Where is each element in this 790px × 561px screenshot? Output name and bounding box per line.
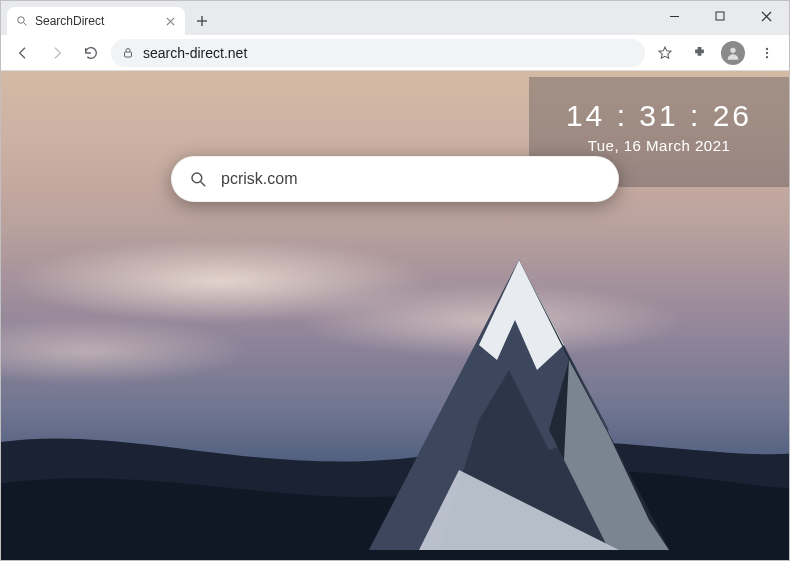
search-bar[interactable]: [171, 156, 619, 202]
avatar: [721, 41, 745, 65]
page-content: 14 : 31 : 26 Tue, 16 March 2021: [1, 71, 789, 560]
window-controls: [651, 1, 789, 35]
svg-point-12: [766, 47, 768, 49]
svg-rect-10: [125, 52, 132, 57]
mountain: [309, 250, 729, 560]
menu-icon[interactable]: [753, 39, 781, 67]
search-container: [171, 156, 619, 202]
lock-icon: [121, 46, 135, 60]
profile-avatar[interactable]: [719, 39, 747, 67]
new-tab-button[interactable]: [189, 8, 215, 34]
search-input[interactable]: [221, 170, 601, 188]
svg-line-22: [201, 182, 205, 186]
forward-button[interactable]: [43, 39, 71, 67]
search-icon: [15, 14, 29, 28]
svg-point-14: [766, 55, 768, 57]
back-button[interactable]: [9, 39, 37, 67]
toolbar: [1, 35, 789, 71]
svg-line-1: [24, 23, 27, 26]
svg-point-11: [730, 47, 735, 52]
svg-point-0: [18, 17, 25, 24]
tab-strip: SearchDirect: [1, 1, 215, 35]
bookmark-star-icon[interactable]: [651, 39, 679, 67]
svg-point-21: [192, 173, 202, 183]
maximize-button[interactable]: [697, 1, 743, 31]
search-icon: [189, 170, 207, 188]
extensions-icon[interactable]: [685, 39, 713, 67]
minimize-button[interactable]: [651, 1, 697, 31]
svg-rect-7: [716, 12, 724, 20]
clock-date: Tue, 16 March 2021: [529, 137, 789, 154]
svg-point-13: [766, 51, 768, 53]
titlebar: SearchDirect: [1, 1, 789, 35]
clock-time: 14 : 31 : 26: [529, 99, 789, 133]
browser-tab[interactable]: SearchDirect: [7, 7, 185, 35]
reload-button[interactable]: [77, 39, 105, 67]
browser-window: SearchDirect: [0, 0, 790, 561]
close-button[interactable]: [743, 1, 789, 31]
tab-title: SearchDirect: [35, 14, 157, 28]
address-bar[interactable]: [111, 39, 645, 67]
address-input[interactable]: [143, 45, 635, 61]
close-icon[interactable]: [163, 14, 177, 28]
